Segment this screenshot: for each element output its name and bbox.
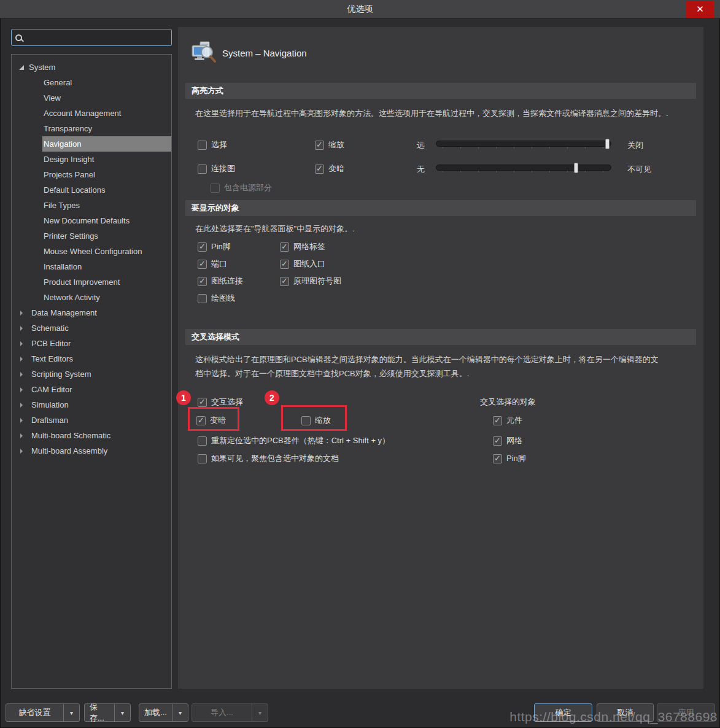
title-bar[interactable]: 优选项 ✕: [0, 0, 720, 18]
sidebar-item-system[interactable]: System: [12, 60, 171, 75]
checkbox-sheet-entries[interactable]: 图纸入口: [280, 258, 325, 269]
chevron-down-icon[interactable]: ▾: [114, 704, 130, 721]
sidebar-item-scripting-system[interactable]: Scripting System: [12, 366, 171, 382]
checkbox-sheet-symbols[interactable]: 原理图符号图: [280, 276, 341, 287]
checkbox-box[interactable]: [280, 260, 289, 269]
collapsed-arrow-icon: [20, 449, 25, 454]
checkbox-box[interactable]: [198, 260, 207, 269]
sidebar-item-mouse-wheel-configuration[interactable]: Mouse Wheel Configuration: [12, 244, 171, 259]
sidebar-item-projects-panel[interactable]: Projects Panel: [12, 167, 171, 182]
settings-panel: System – Navigation 高亮方式 在这里选择用于在导航过程中高亮…: [178, 27, 703, 689]
page-title: System – Navigation: [222, 48, 307, 58]
checkbox-box[interactable]: [198, 294, 207, 303]
checkbox-net-labels[interactable]: 网络标签: [280, 241, 325, 252]
slider2-left-label: 无: [417, 164, 425, 175]
annotation-marker-1: 1: [176, 390, 191, 405]
sidebar-item-cam-editor[interactable]: CAM Editor: [12, 382, 171, 397]
sidebar-item-multi-board-schematic[interactable]: Multi-board Schematic: [12, 428, 171, 443]
sidebar-item-product-improvement[interactable]: Product Improvement: [12, 274, 171, 290]
sidebar-item-transparency[interactable]: Transparency: [12, 121, 171, 136]
checkbox-box[interactable]: [280, 277, 289, 286]
expanded-arrow-icon: [19, 65, 24, 70]
cancel-button[interactable]: 取消: [597, 703, 654, 722]
save-button[interactable]: 保存... ▾: [84, 703, 131, 722]
checkbox-box[interactable]: [493, 454, 502, 463]
checkbox-connective-graph[interactable]: 连接图: [198, 163, 235, 174]
checkbox-dim[interactable]: 变暗: [315, 163, 344, 174]
sidebar-item-new-document-defaults[interactable]: New Document Defaults: [12, 213, 171, 228]
sidebar-item-design-insight[interactable]: Design Insight: [12, 152, 171, 167]
sidebar-item-navigation[interactable]: Navigation: [12, 136, 171, 152]
navigation-page-icon: [190, 39, 217, 66]
collapsed-arrow-icon: [20, 418, 25, 423]
annotation-box-dim: [188, 407, 239, 431]
chevron-down-icon[interactable]: ▾: [63, 704, 79, 721]
checkbox-box[interactable]: [198, 165, 207, 174]
section-objects-to-display: 要显示的对象: [185, 200, 696, 216]
sidebar-item-simulation[interactable]: Simulation: [12, 397, 171, 412]
none-invisible-slider[interactable]: [436, 165, 611, 171]
checkbox-nets[interactable]: 网络: [493, 435, 522, 446]
ok-button[interactable]: 确定: [534, 703, 592, 722]
chevron-down-icon[interactable]: ▾: [172, 704, 188, 721]
sidebar-item-network-activity[interactable]: Network Activity: [12, 290, 171, 305]
slider-thumb[interactable]: [574, 163, 578, 173]
checkbox-box[interactable]: [198, 141, 207, 150]
cross-objects-label: 交叉选择的对象: [480, 397, 536, 408]
import-button: 导入... ▾: [192, 703, 268, 722]
checkbox-select[interactable]: 选择: [198, 139, 227, 150]
collapsed-arrow-icon: [20, 311, 25, 316]
checkbox-box[interactable]: [280, 242, 289, 252]
close-button[interactable]: ✕: [686, 1, 714, 18]
sidebar-item-view[interactable]: View: [12, 90, 171, 106]
objects-description: 在此处选择要在"导航器面板"中显示的对象。.: [195, 222, 694, 236]
checkbox-box[interactable]: [493, 416, 502, 425]
checkbox-box[interactable]: [198, 436, 207, 446]
load-button[interactable]: 加载... ▾: [139, 703, 188, 722]
checkbox-ports[interactable]: 端口: [198, 258, 227, 269]
sidebar-item-draftsman[interactable]: Draftsman: [12, 412, 171, 428]
checkbox-zoom[interactable]: 缩放: [315, 139, 344, 150]
checkbox-box[interactable]: [315, 141, 324, 150]
checkbox-cross-pins[interactable]: Pin脚: [493, 453, 526, 464]
sidebar-item-data-management[interactable]: Data Management: [12, 305, 171, 320]
checkbox-components[interactable]: 元件: [493, 415, 522, 426]
search-icon: [15, 34, 22, 41]
cross-description: 这种模式给出了在原理图和PCB编辑器之间选择对象的能力。当此模式在一个编辑器中的…: [195, 352, 662, 381]
sidebar-item-installation[interactable]: Installation: [12, 259, 171, 274]
close-icon: ✕: [696, 4, 704, 14]
sidebar-item-general[interactable]: General: [12, 75, 171, 90]
collapsed-arrow-icon: [20, 357, 25, 362]
checkbox-box[interactable]: [198, 398, 207, 407]
sidebar-item-schematic[interactable]: Schematic: [12, 320, 171, 336]
collapsed-arrow-icon: [20, 433, 25, 438]
far-close-slider[interactable]: [436, 141, 611, 147]
search-box[interactable]: [11, 29, 172, 46]
checkbox-reposition-pcb[interactable]: 重新定位选中的PCB器件（热键：Ctrl + Shift + y）: [198, 435, 390, 446]
checkbox-interactive-select[interactable]: 交互选择: [198, 397, 243, 408]
sidebar-item-printer-settings[interactable]: Printer Settings: [12, 228, 171, 244]
sidebar-item-default-locations[interactable]: Default Locations: [12, 182, 171, 198]
sidebar-item-multi-board-assembly[interactable]: Multi-board Assembly: [12, 443, 171, 459]
slider-thumb[interactable]: [605, 139, 610, 149]
checkbox-pins[interactable]: Pin脚: [198, 241, 231, 252]
checkbox-box[interactable]: [493, 436, 502, 446]
checkbox-lines[interactable]: 绘图线: [198, 293, 235, 304]
collapsed-arrow-icon: [20, 326, 25, 331]
checkbox-box[interactable]: [315, 165, 324, 174]
sidebar-item-file-types[interactable]: File Types: [12, 198, 171, 213]
slider2-right-label: 不可见: [627, 164, 651, 175]
checkbox-sheet-connections[interactable]: 图纸连接: [198, 276, 243, 287]
checkbox-focus-document[interactable]: 如果可见，聚焦包含选中对象的文档: [198, 453, 339, 464]
sidebar-item-account-management[interactable]: Account Management: [12, 106, 171, 121]
search-input[interactable]: [26, 33, 168, 42]
chevron-down-icon: ▾: [252, 704, 268, 721]
collapsed-arrow-icon: [20, 387, 25, 392]
sidebar-item-text-editors[interactable]: Text Editors: [12, 351, 171, 366]
checkbox-box[interactable]: [198, 454, 207, 463]
sidebar-item-pcb-editor[interactable]: PCB Editor: [12, 336, 171, 351]
defaults-button[interactable]: 缺省设置 ▾: [6, 703, 80, 722]
checkbox-box: [211, 184, 220, 193]
checkbox-box[interactable]: [198, 277, 207, 286]
checkbox-box[interactable]: [198, 242, 207, 252]
